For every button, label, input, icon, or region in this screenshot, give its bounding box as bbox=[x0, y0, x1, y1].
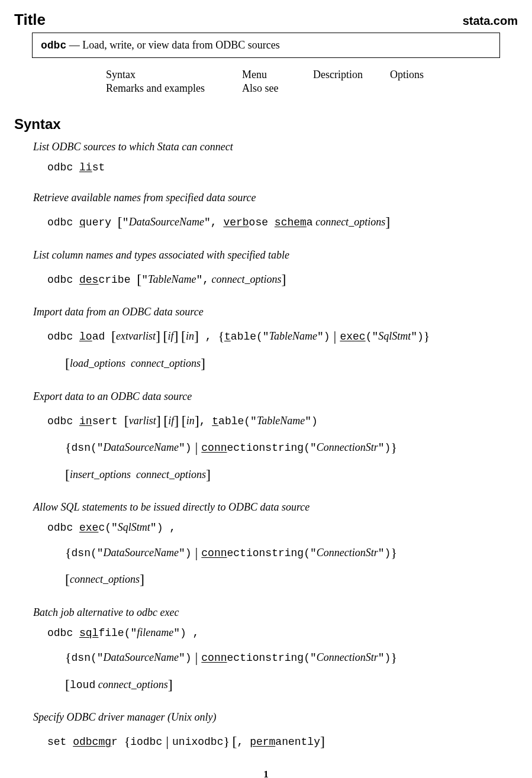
syntax-list: odbc list bbox=[47, 157, 518, 177]
section-syntax-heading: Syntax bbox=[14, 116, 518, 133]
nav-syntax[interactable]: Syntax bbox=[106, 69, 242, 81]
syntax-load: odbc load [extvarlist] [if] [in] , {tabl… bbox=[47, 322, 518, 376]
header: Title stata.com bbox=[14, 11, 518, 29]
syntax-sqlfile: odbc sqlfile("filename") , {dsn("DataSou… bbox=[47, 622, 518, 697]
syntax-describe: odbc describe ["TableName", connect_opti… bbox=[47, 265, 518, 292]
titlebox-desc: Load, write, or view data from ODBC sour… bbox=[82, 39, 279, 51]
nav-remarks[interactable]: Remarks and examples bbox=[106, 82, 242, 95]
syntax-insert: odbc insert [varlist] [if] [in], table("… bbox=[47, 406, 518, 488]
syntax-block-sqlfile: Batch job alternative to odbc exec odbc … bbox=[33, 606, 518, 697]
desc-sqlfile: Batch job alternative to odbc exec bbox=[33, 606, 518, 619]
syntax-block-insert: Export data to an ODBC data source odbc … bbox=[33, 390, 518, 488]
nav-description[interactable]: Description bbox=[313, 69, 390, 81]
desc-describe: List column names and types associated w… bbox=[33, 249, 518, 262]
desc-load: Import data from an ODBC data source bbox=[33, 306, 518, 318]
desc-list: List ODBC sources to which Stata can con… bbox=[33, 141, 518, 153]
syntax-query: odbc query ["DataSourceName", verbose sc… bbox=[47, 208, 518, 235]
nav-links: Syntax Menu Description Options Remarks … bbox=[106, 69, 518, 95]
syntax-block-load: Import data from an ODBC data source odb… bbox=[33, 306, 518, 376]
desc-insert: Export data to an ODBC data source bbox=[33, 390, 518, 403]
syntax-exec: odbc exec("SqlStmt") , {dsn("DataSourceN… bbox=[47, 517, 518, 592]
title-box: odbc — Load, write, or view data from OD… bbox=[32, 33, 500, 58]
nav-menu[interactable]: Menu bbox=[242, 69, 313, 81]
nav-options[interactable]: Options bbox=[390, 69, 424, 81]
titlebox-cmd: odbc bbox=[41, 40, 66, 51]
site-link[interactable]: stata.com bbox=[463, 14, 518, 28]
titlebox-sep: — bbox=[66, 39, 82, 51]
syntax-block-describe: List column names and types associated w… bbox=[33, 249, 518, 292]
syntax-block-exec: Allow SQL statements to be issued direct… bbox=[33, 501, 518, 592]
desc-query: Retrieve available names from specified … bbox=[33, 192, 518, 204]
desc-odbcmgr: Specify ODBC driver manager (Unix only) bbox=[33, 711, 518, 724]
syntax-block-query: Retrieve available names from specified … bbox=[33, 192, 518, 235]
page-title: Title bbox=[14, 11, 46, 29]
syntax-block-odbcmgr: Specify ODBC driver manager (Unix only) … bbox=[33, 711, 518, 754]
syntax-block-list: List ODBC sources to which Stata can con… bbox=[33, 141, 518, 177]
nav-alsosee[interactable]: Also see bbox=[242, 82, 313, 95]
syntax-odbcmgr: set odbcmgr {iodbc | unixodbc} [, perman… bbox=[47, 727, 518, 754]
page-number: 1 bbox=[14, 769, 518, 778]
desc-exec: Allow SQL statements to be issued direct… bbox=[33, 501, 518, 514]
